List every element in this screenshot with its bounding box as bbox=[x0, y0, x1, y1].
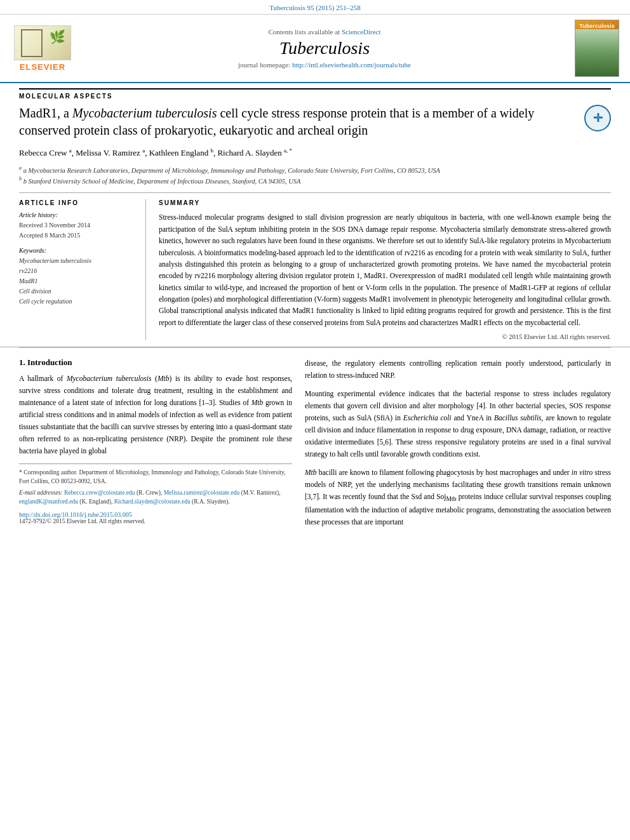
summary-header: SUMMARY bbox=[159, 199, 611, 206]
article-header-section: MOLECULAR ASPECTS MadR1, a Mycobacterium… bbox=[0, 83, 630, 347]
received-date: Received 3 November 2014 Accepted 8 Marc… bbox=[19, 220, 136, 241]
email-slayden[interactable]: Richard.slayden@colostate.edu bbox=[114, 498, 191, 505]
doi-link[interactable]: http://dx.doi.org/10.1016/j.tube.2015.03… bbox=[19, 511, 132, 518]
journal-title-area: Contents lists available at ScienceDirec… bbox=[85, 20, 564, 77]
article-info-column: ARTICLE INFO Article history: Received 3… bbox=[19, 199, 146, 340]
body-left-column: 1. Introduction A hallmark of Mycobacter… bbox=[19, 357, 292, 535]
keyword-1: Mycobacterium tuberculosis bbox=[19, 256, 136, 266]
email-footnote: E-mail addresses: Rebecca.crew@colostate… bbox=[19, 488, 292, 507]
elsevier-label: ELSEVIER bbox=[20, 62, 65, 72]
doi-line: http://dx.doi.org/10.1016/j.tube.2015.03… bbox=[19, 511, 292, 518]
body-right-column: disease, the regulatory elements control… bbox=[305, 357, 611, 535]
journal-name: Tuberculosis bbox=[279, 38, 370, 58]
keywords-label: Keywords: bbox=[19, 247, 136, 254]
email-ramirez[interactable]: Melissa.ramirez@colostate.edu bbox=[164, 490, 240, 496]
email-england[interactable]: englandK@stanford.edu bbox=[19, 498, 78, 505]
summary-column: SUMMARY Stress-induced molecular program… bbox=[159, 199, 611, 340]
corresponding-footnote: * Corresponding author. Department of Mi… bbox=[19, 468, 292, 486]
affiliation-b: b b Stanford University School of Medici… bbox=[19, 175, 611, 186]
intro-para-3: Mounting experimental evidence indicates… bbox=[305, 388, 611, 460]
journal-citation-bar: Tuberculosis 95 (2015) 251–258 bbox=[0, 0, 630, 15]
email-crew[interactable]: Rebecca.crew@colostate.edu bbox=[64, 490, 135, 496]
elsevier-logo: ELSEVIER bbox=[14, 25, 71, 72]
issn-line: 1472-9792/© 2015 Elsevier Ltd. All right… bbox=[19, 518, 292, 524]
journal-header: ELSEVIER Contents lists available at Sci… bbox=[0, 15, 630, 83]
elsevier-graphic bbox=[14, 25, 71, 60]
section-label: MOLECULAR ASPECTS bbox=[19, 88, 611, 100]
info-summary-section: ARTICLE INFO Article history: Received 3… bbox=[19, 192, 611, 340]
authors-line: Rebecca Crew a, Melissa V. Ramirez a, Ka… bbox=[19, 147, 611, 159]
intro-heading: 1. Introduction bbox=[19, 357, 292, 368]
intro-para-1: A hallmark of Mycobacterium tuberculosis… bbox=[19, 373, 292, 457]
journal-cover-image: Tuberculosis bbox=[575, 20, 619, 77]
intro-para-2: disease, the regulatory elements control… bbox=[305, 357, 611, 382]
summary-copyright: © 2015 Elsevier Ltd. All rights reserved… bbox=[159, 333, 611, 340]
citation-text: Tuberculosis 95 (2015) 251–258 bbox=[269, 4, 361, 11]
keyword-3: MadR1 bbox=[19, 276, 136, 286]
keywords-list: Mycobacterium tuberculosis rv2216 MadR1 … bbox=[19, 256, 136, 307]
journal-url[interactable]: http://intl.elsevierhealth.com/journals/… bbox=[292, 61, 411, 69]
crossmark-icon: ✛ bbox=[584, 105, 611, 131]
affiliations: a a Mycobacteria Research Laboratories, … bbox=[19, 164, 611, 187]
keyword-5: Cell cycle regulation bbox=[19, 297, 136, 307]
keyword-4: Cell division bbox=[19, 286, 136, 297]
sciencedirect-anchor[interactable]: ScienceDirect bbox=[342, 28, 381, 36]
journal-cover-area: Tuberculosis bbox=[572, 20, 622, 77]
keyword-2: rv2216 bbox=[19, 266, 136, 276]
footnotes-section: * Corresponding author. Department of Mi… bbox=[19, 463, 292, 506]
article-title: MadR1, a Mycobacterium tuberculosis cell… bbox=[19, 105, 611, 139]
publisher-logo-area: ELSEVIER bbox=[8, 20, 77, 77]
crossmark-badge: ✛ bbox=[584, 105, 611, 131]
journal-homepage: journal homepage: http://intl.elsevierhe… bbox=[238, 61, 411, 69]
body-content: 1. Introduction A hallmark of Mycobacter… bbox=[0, 348, 630, 541]
intro-para-4: Mtb bacilli are known to filament follow… bbox=[305, 467, 611, 528]
history-label: Article history: bbox=[19, 211, 136, 218]
sciencedirect-link: Contents lists available at ScienceDirec… bbox=[268, 28, 380, 36]
article-info-header: ARTICLE INFO bbox=[19, 199, 136, 206]
summary-text: Stress-induced molecular programs design… bbox=[159, 211, 611, 328]
affiliation-a: a a Mycobacteria Research Laboratories, … bbox=[19, 164, 611, 175]
